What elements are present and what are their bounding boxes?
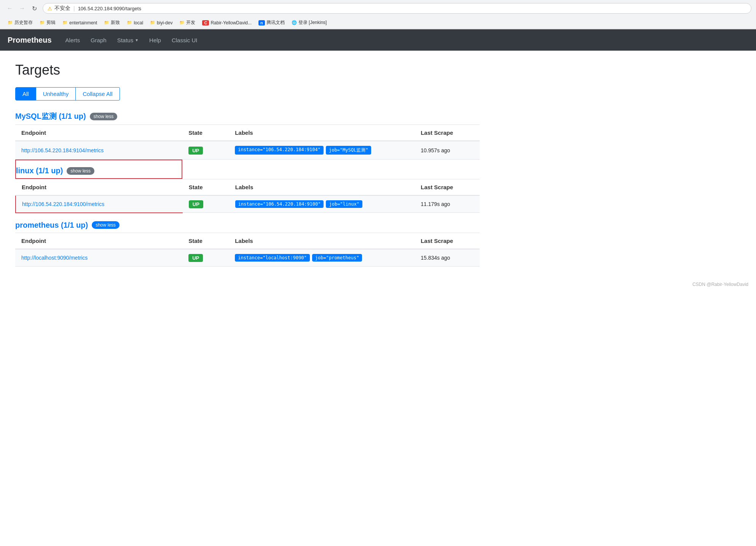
prometheus-state-cell: UP <box>182 249 229 267</box>
prometheus-state-badge: UP <box>188 254 203 262</box>
prometheus-th-state: State <box>182 233 229 249</box>
bookmark-history[interactable]: 📁 历史暂存 <box>5 18 36 27</box>
bookmark-jenkins[interactable]: 🌐 登录 [Jenkins] <box>289 18 330 27</box>
page-title: Targets <box>15 62 480 78</box>
mysql-table-row: http://106.54.220.184:9104/metrics UP in… <box>15 141 480 160</box>
bookmark-tencent[interactable]: n 腾讯文档 <box>255 18 288 27</box>
url-text: 106.54.220.184:9090/targets <box>78 6 141 11</box>
prometheus-group-header: prometheus (1/1 up) show less <box>15 221 480 230</box>
prometheus-endpoint-cell: http://localhost:9090/metrics <box>15 249 182 267</box>
mysql-th-scrape: Last Scrape <box>415 125 480 141</box>
linux-table-row: http://106.54.220.184:9100/metrics UP in… <box>16 195 480 213</box>
navbar-brand[interactable]: Prometheus <box>8 36 52 45</box>
mysql-labels-cell: instance="106.54.220.184:9104" job="MySQ… <box>229 141 415 160</box>
bookmark-label: 登录 [Jenkins] <box>298 19 327 26</box>
bookmark-edit[interactable]: 📁 剪辑 <box>37 18 59 27</box>
reload-button[interactable]: ↻ <box>29 3 40 14</box>
prometheus-th-labels: Labels <box>229 233 415 249</box>
mysql-table-header-row: Endpoint State Labels Last Scrape <box>15 125 480 141</box>
linux-state-badge: UP <box>189 200 203 208</box>
prometheus-table-header-row: Endpoint State Labels Last Scrape <box>15 233 480 249</box>
nav-status[interactable]: Status ▼ <box>113 34 143 46</box>
security-label: 不安全 <box>54 5 70 12</box>
prometheus-show-less-badge[interactable]: show less <box>92 221 120 229</box>
prometheus-th-scrape: Last Scrape <box>415 233 480 249</box>
mysql-scrape-cell: 10.957s ago <box>415 141 480 160</box>
nav-status-label: Status <box>117 37 134 43</box>
bookmark-xinzhi[interactable]: 📁 新致 <box>101 18 123 27</box>
linux-th-state: State <box>183 179 229 196</box>
mysql-th-state: State <box>182 125 229 141</box>
browser-chrome: ← → ↻ ⚠ 不安全 | 106.54.220.184:9090/target… <box>0 0 756 29</box>
browser-nav-buttons: ← → ↻ <box>5 3 40 14</box>
folder-icon: 📁 <box>8 20 13 25</box>
folder-icon: 📁 <box>179 20 185 25</box>
prometheus-endpoint-link[interactable]: http://localhost:9090/metrics <box>21 255 88 261</box>
mysql-endpoint-cell: http://106.54.220.184:9104/metrics <box>15 141 182 160</box>
bookmark-icon-c: C <box>202 20 209 26</box>
prometheus-group-title[interactable]: prometheus (1/1 up) <box>15 221 88 230</box>
mysql-endpoint-link[interactable]: http://106.54.220.184:9104/metrics <box>21 147 104 153</box>
target-group-prometheus: prometheus (1/1 up) show less Endpoint S… <box>15 221 480 267</box>
mysql-labels-container: instance="106.54.220.184:9104" job="MySQ… <box>235 146 408 155</box>
mysql-state-cell: UP <box>182 141 229 160</box>
bookmark-label: 开发 <box>186 19 195 26</box>
linux-group-header: linux (1/1 up) show less <box>16 166 182 175</box>
filter-unhealthy-button[interactable]: Unhealthy <box>36 87 76 101</box>
nav-classic-ui[interactable]: Classic UI <box>167 34 202 46</box>
prometheus-th-endpoint: Endpoint <box>15 233 182 249</box>
linux-table: Endpoint State Labels Last Scrape http:/… <box>15 179 480 213</box>
watermark: CSDN @Rabir-YellowDavid <box>0 278 756 295</box>
bookmark-label: biyi-dev <box>157 20 172 26</box>
prometheus-table: Endpoint State Labels Last Scrape http:/… <box>15 233 480 267</box>
folder-icon: 📁 <box>62 20 68 25</box>
filter-collapse-all-button[interactable]: Collapse All <box>76 87 120 101</box>
bookmark-icon-n: n <box>258 20 265 26</box>
bookmark-label: 历史暂存 <box>14 19 33 26</box>
security-icon: ⚠ <box>48 6 52 11</box>
prometheus-labels-container: instance="localhost:9090" job="prometheu… <box>235 254 408 262</box>
navbar: Prometheus Alerts Graph Status ▼ Help Cl… <box>0 29 756 51</box>
linux-endpoint-link[interactable]: http://106.54.220.184:9100/metrics <box>22 201 104 207</box>
linux-endpoint-cell: http://106.54.220.184:9100/metrics <box>16 195 183 213</box>
mysql-show-less-badge[interactable]: show less <box>90 113 118 120</box>
folder-icon: 📁 <box>104 20 109 25</box>
linux-th-scrape: Last Scrape <box>415 179 480 196</box>
linux-group-title[interactable]: linux (1/1 up) <box>16 166 63 175</box>
nav-graph[interactable]: Graph <box>86 34 111 46</box>
folder-icon: 📁 <box>127 20 132 25</box>
target-group-mysql: MySQL监测 (1/1 up) show less Endpoint Stat… <box>15 111 480 160</box>
nav-alerts[interactable]: Alerts <box>61 34 85 46</box>
mysql-table: Endpoint State Labels Last Scrape http:/… <box>15 125 480 160</box>
bookmark-label: local <box>134 20 143 26</box>
bookmark-label: 新致 <box>111 19 120 26</box>
forward-button[interactable]: → <box>17 3 27 14</box>
bookmark-local[interactable]: 📁 local <box>124 19 146 27</box>
bookmark-entertainment[interactable]: 📁 entertainment <box>59 19 100 27</box>
bookmark-rabir[interactable]: C Rabir-YellowDavid... <box>199 19 255 27</box>
filter-all-button[interactable]: All <box>15 87 36 101</box>
address-bar[interactable]: ⚠ 不安全 | 106.54.220.184:9090/targets <box>43 3 751 14</box>
mysql-state-badge: UP <box>188 147 203 155</box>
bookmarks-bar: 📁 历史暂存 📁 剪辑 📁 entertainment 📁 新致 📁 local… <box>0 17 756 29</box>
bookmark-kaifa[interactable]: 📁 开发 <box>176 18 198 27</box>
prometheus-label-instance: instance="localhost:9090" <box>235 254 310 262</box>
linux-red-border-box: linux (1/1 up) show less <box>15 160 182 179</box>
mysql-th-labels: Labels <box>229 125 415 141</box>
mysql-group-title[interactable]: MySQL监测 (1/1 up) <box>15 111 86 121</box>
linux-show-less-badge[interactable]: show less <box>67 167 94 175</box>
bookmark-label: 腾讯文档 <box>266 19 285 26</box>
bookmark-label: Rabir-YellowDavid... <box>211 20 252 26</box>
linux-label-instance: instance="106.54.220.184:9100" <box>235 200 324 208</box>
linux-labels-container: instance="106.54.220.184:9100" job="linu… <box>235 200 409 208</box>
linux-scrape-cell: 11.179s ago <box>415 195 480 213</box>
nav-help[interactable]: Help <box>145 34 166 46</box>
folder-icon: 📁 <box>150 20 155 25</box>
bookmark-label: entertainment <box>69 20 97 26</box>
bookmark-label: 剪辑 <box>46 19 56 26</box>
back-button[interactable]: ← <box>5 3 15 14</box>
mysql-label-job: job="MySQL监测" <box>326 146 371 155</box>
bookmark-biyi-dev[interactable]: 📁 biyi-dev <box>147 19 175 27</box>
prometheus-scrape-cell: 15.834s ago <box>415 249 480 267</box>
prometheus-labels-cell: instance="localhost:9090" job="prometheu… <box>229 249 415 267</box>
